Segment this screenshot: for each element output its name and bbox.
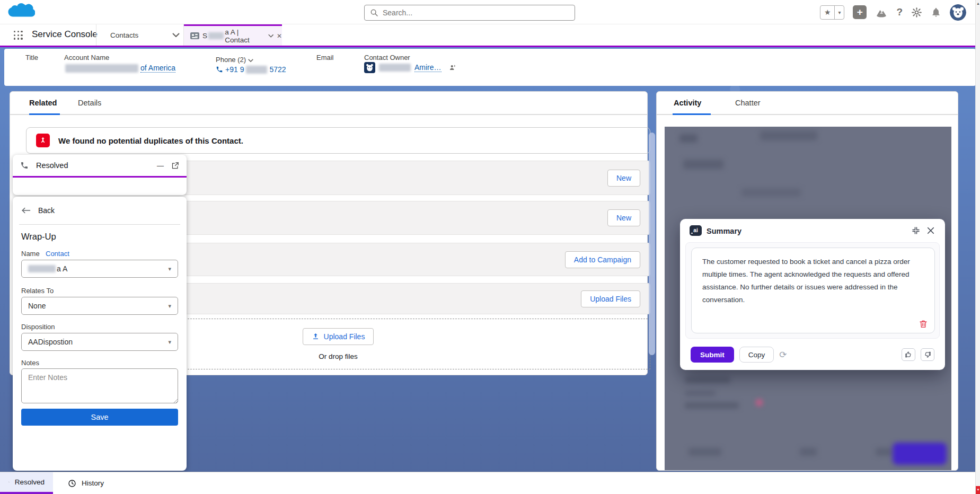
tab-record-prefix: S: [202, 32, 207, 40]
back-row[interactable]: Back: [13, 202, 187, 219]
service-console-app: ★ ▾ + ?: [0, 0, 980, 494]
softphone-wrapup-card: Back Wrap-Up Name Contact a A ▾ Relates …: [13, 197, 187, 471]
panel-scrollbar-thumb[interactable]: [649, 133, 655, 355]
global-actions-icon[interactable]: +: [853, 5, 867, 19]
salesforce-logo: [7, 2, 35, 22]
help-icon[interactable]: ?: [896, 6, 903, 18]
owner-avatar: [364, 62, 375, 73]
tab-contacts[interactable]: Contacts: [96, 24, 168, 46]
brand-accent-line: [0, 46, 980, 47]
tab-contacts-dropdown[interactable]: [168, 24, 184, 46]
delete-summary-icon[interactable]: [919, 319, 928, 329]
tab-contact-record[interactable]: S a A | Contact ✕: [184, 24, 282, 46]
thumbs-up-button[interactable]: [902, 348, 915, 361]
summary-content-wrap: The customer requested to book a ticket …: [685, 242, 940, 339]
name-select[interactable]: a A ▾: [21, 260, 178, 278]
upload-files-button[interactable]: Upload Files: [581, 290, 640, 307]
account-name-value[interactable]: of America: [65, 64, 175, 73]
name-label: Name: [21, 250, 40, 258]
utility-phone-item[interactable]: Resolved: [0, 472, 53, 494]
back-arrow-icon[interactable]: [21, 207, 31, 214]
dimmed-content: [760, 131, 817, 140]
thumbs-down-button[interactable]: [921, 348, 934, 361]
favorites-dropdown-icon[interactable]: ▾: [834, 6, 844, 19]
close-icon[interactable]: [926, 226, 935, 235]
dimmed-content: [685, 391, 716, 396]
relates-to-label: Relates To: [21, 287, 54, 295]
call-status: Resolved: [36, 161, 149, 170]
search-input[interactable]: [383, 8, 569, 17]
phone-value[interactable]: +91 9 5722: [216, 65, 286, 74]
contact-owner-value[interactable]: Amire…: [364, 62, 457, 73]
page-scrollbar[interactable]: ▲ ▼: [975, 0, 980, 494]
record-tabs: Related Details: [10, 92, 647, 115]
regenerate-icon[interactable]: ⟳: [779, 349, 787, 360]
user-avatar[interactable]: [950, 4, 966, 21]
phone-icon: [8, 478, 10, 486]
contact-record-icon: [190, 32, 199, 39]
notes-input[interactable]: [21, 368, 178, 403]
disposition-value: AADispostion: [28, 338, 73, 346]
phone-dropdown-icon[interactable]: [248, 59, 253, 62]
ai-icon: ai: [690, 225, 702, 236]
copy-button[interactable]: Copy: [739, 347, 774, 363]
new-button[interactable]: New: [607, 209, 640, 226]
tab-close-icon[interactable]: ✕: [277, 32, 282, 40]
account-link[interactable]: of America: [140, 64, 175, 73]
history-clock-icon: [68, 479, 76, 488]
contact-owner-label: Contact Owner: [364, 54, 410, 61]
scrollbar-down-icon[interactable]: ▼: [976, 486, 980, 494]
relates-to-value: None: [28, 302, 46, 310]
utility-history-item[interactable]: History: [59, 472, 112, 494]
dimmed-content: [800, 448, 817, 456]
upload-icon: [312, 332, 320, 340]
disposition-select[interactable]: AADispostion ▾: [21, 333, 178, 351]
collapse-icon[interactable]: [911, 226, 921, 235]
relates-to-select[interactable]: None ▾: [21, 297, 178, 315]
app-launcher-icon[interactable]: [14, 31, 23, 40]
tab-chatter[interactable]: Chatter: [735, 99, 761, 107]
email-label: Email: [316, 54, 334, 61]
duplicates-merge-icon: [36, 134, 50, 147]
minimize-icon[interactable]: —: [157, 162, 164, 170]
select-caret-icon: ▾: [168, 303, 171, 310]
owner-link[interactable]: Amire…: [414, 63, 442, 72]
activity-tabs: Activity Chatter: [657, 92, 958, 115]
contact-highlights-panel: Title Account Name of America Phone (2) …: [4, 49, 976, 86]
trailhead-icon[interactable]: [875, 6, 888, 18]
new-button[interactable]: New: [607, 170, 640, 187]
active-tab-underline: [29, 113, 60, 115]
popout-icon[interactable]: [171, 162, 179, 170]
tab-details[interactable]: Details: [78, 99, 101, 107]
change-owner-icon[interactable]: [448, 64, 457, 72]
dropzone-upload-button[interactable]: Upload Files: [303, 328, 374, 345]
utility-history-label: History: [82, 479, 104, 487]
header-actions: ★ ▾ + ?: [820, 4, 966, 21]
setup-gear-icon[interactable]: [911, 7, 922, 18]
tab-record-label: a A | Contact: [225, 28, 259, 44]
add-to-campaign-button[interactable]: Add to Campaign: [565, 251, 640, 268]
redacted-name: [28, 265, 56, 272]
tab-related[interactable]: Related: [29, 99, 57, 107]
account-name-label: Account Name: [64, 54, 109, 61]
save-button[interactable]: Save: [21, 409, 178, 426]
redacted-account-name: [65, 64, 138, 73]
dimmed-primary-button: [893, 443, 947, 465]
select-caret-icon: ▾: [168, 339, 171, 346]
favorite-star-icon[interactable]: ★: [820, 8, 834, 16]
notifications-bell-icon[interactable]: [931, 6, 941, 18]
duplicates-alert: We found no potential duplicates of this…: [26, 127, 650, 154]
tab-activity[interactable]: Activity: [674, 99, 701, 107]
contact-type-link[interactable]: Contact: [46, 250, 69, 258]
title-label: Title: [25, 54, 38, 61]
duplicates-alert-text: We found no potential duplicates of this…: [58, 136, 243, 145]
notes-label: Notes: [21, 359, 39, 367]
console-navigation-bar: Service Console Contacts S a A | Contact…: [0, 24, 980, 46]
scrollbar-up-icon[interactable]: ▲: [976, 2, 980, 5]
favorites-control[interactable]: ★ ▾: [820, 5, 844, 20]
summary-text-box[interactable]: The customer requested to book a ticket …: [691, 248, 935, 333]
tab-dropdown-icon[interactable]: [268, 34, 273, 38]
utility-bar: Resolved History: [0, 472, 980, 494]
submit-button[interactable]: Submit: [691, 347, 734, 363]
global-search: [364, 5, 575, 21]
